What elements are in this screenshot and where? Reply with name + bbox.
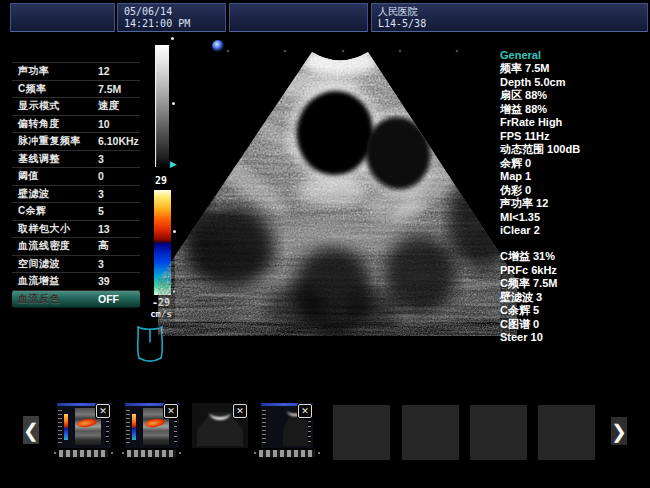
thumbnail-close-icon[interactable]: ✕ [164, 404, 178, 418]
gain-marker-dot [171, 37, 174, 40]
info-line: 频率 7.5M [500, 62, 650, 76]
parameter-value: 3 [98, 153, 140, 165]
gain-marker-dot [172, 102, 175, 105]
thumb-nearfield-arc [209, 405, 231, 420]
thumbnail-4[interactable]: ✕ [261, 403, 313, 448]
info-line: FrRate High [500, 116, 650, 130]
info-line: 壁滤波 3 [500, 291, 650, 305]
parameter-row[interactable]: 壁滤波 3 [12, 186, 140, 204]
thumb-cine-strip [59, 450, 108, 457]
parameter-row[interactable]: 血流线密度 高 [12, 238, 140, 256]
parameter-value: OFF [98, 293, 140, 305]
info-line: FPS 11Hz [500, 130, 650, 144]
velocity-min-label: -29 [146, 297, 176, 308]
info-line: 增益 88% [500, 103, 650, 117]
parameter-label: 壁滤波 [18, 187, 98, 201]
parameter-row[interactable]: C频率 7.5M [12, 81, 140, 99]
velocity-unit-label: cm/s [146, 309, 176, 320]
info-line: iClear 2 [500, 224, 650, 238]
parameter-row[interactable]: C余辉 5 [12, 203, 140, 221]
patient-info-box [229, 3, 368, 32]
datetime-box: 05/06/14 14:21:00 PM [117, 3, 226, 32]
parameter-label: 偏转角度 [18, 117, 98, 131]
thumbnail-empty-slot[interactable] [538, 405, 595, 460]
thumbnail-close-icon[interactable]: ✕ [298, 404, 312, 418]
thumb-spectrum-strip [262, 410, 266, 444]
parameter-panel: 声功率 12 C频率 7.5M 显示模式 速度 偏转角度 10 脉冲重复频率 6… [12, 62, 140, 308]
panel-title: General [500, 48, 650, 62]
grayscale-bar[interactable] [155, 45, 169, 167]
info-line: Steer 10 [500, 331, 650, 345]
thumb-cine-strip [259, 450, 315, 457]
parameter-row[interactable]: 空间滤波 3 [12, 256, 140, 274]
ultrasound-app: 05/06/14 14:21:00 PM 人民医院 L14-5/38 声功率 1… [0, 0, 650, 488]
thumbnail-1[interactable]: ✕ [57, 403, 111, 448]
general-info-panel: General 频率 7.5MDepth 5.0cm扇区 88%增益 88%Fr… [500, 48, 650, 238]
info-line: PRFc 6kHz [500, 264, 650, 278]
baseline-marker-dot [173, 230, 176, 233]
parameter-label: 血流线密度 [18, 239, 98, 253]
thumbnail-2[interactable]: ✕ [125, 403, 179, 448]
parameter-value: 13 [98, 223, 140, 235]
parameter-row[interactable]: 血流增益 39 [12, 273, 140, 291]
ultrasound-image[interactable] [185, 42, 490, 317]
body-marker-icon [129, 320, 171, 372]
parameter-label: 血流增益 [18, 274, 98, 288]
parameter-row[interactable]: 偏转角度 10 [12, 116, 140, 134]
parameter-row[interactable]: 脉冲重复频率 6.10KHz [12, 133, 140, 151]
parameter-label: 声功率 [18, 64, 98, 78]
thumbnails-next-icon[interactable]: ❯ [611, 417, 627, 445]
thumbnail-empty-slot[interactable] [333, 405, 390, 460]
parameter-row[interactable]: 阈值 0 [12, 168, 140, 186]
hospital-box: 人民医院 L14-5/38 [371, 3, 648, 32]
parameter-value: 3 [98, 188, 140, 200]
info-line: C余辉 5 [500, 304, 650, 318]
parameter-row[interactable]: 显示模式 速度 [12, 98, 140, 116]
tgc-marker-icon[interactable]: ▶ [170, 159, 177, 169]
info-line: Map 1 [500, 170, 650, 184]
parameter-row[interactable]: 基线调整 3 [12, 151, 140, 169]
info-line: 声功率 12 [500, 197, 650, 211]
parameter-value: 7.5M [98, 83, 140, 95]
thumbnail-empty-slot[interactable] [470, 405, 527, 460]
parameter-label: 显示模式 [18, 99, 98, 113]
parameter-row[interactable]: 取样包大小 13 [12, 221, 140, 239]
info-line: 动态范围 100dB [500, 143, 650, 157]
parameter-value: 5 [98, 205, 140, 217]
probe-model: L14-5/38 [378, 18, 641, 30]
info-line: C图谱 0 [500, 318, 650, 332]
thumb-spectrum-strip [58, 410, 62, 444]
logo-box [10, 3, 115, 32]
parameter-value: 3 [98, 258, 140, 270]
parameter-value: 10 [98, 118, 140, 130]
parameter-label: C频率 [18, 82, 98, 96]
thumb-color-bar [64, 414, 68, 440]
time-text: 14:21:00 PM [124, 18, 219, 30]
parameter-value: 高 [98, 239, 140, 253]
parameter-label: 血流反色 [18, 292, 98, 306]
parameter-label: 基线调整 [18, 152, 98, 166]
parameter-row[interactable]: 声功率 12 [12, 63, 140, 81]
velocity-max-label: 29 [146, 175, 176, 186]
scale-tick-dots [227, 50, 459, 53]
parameter-value: 12 [98, 65, 140, 77]
date-text: 05/06/14 [124, 6, 219, 18]
thumbnail-close-icon[interactable]: ✕ [96, 404, 110, 418]
parameter-label: 取样包大小 [18, 222, 98, 236]
color-info-panel: C增益 31%PRFc 6kHzC频率 7.5M壁滤波 3C余辉 5C图谱 0S… [500, 250, 650, 345]
parameter-label: 空间滤波 [18, 257, 98, 271]
thumbnails-prev-icon[interactable]: ❮ [23, 416, 39, 444]
info-line: 余辉 0 [500, 157, 650, 171]
info-line: Depth 5.0cm [500, 76, 650, 90]
thumbnail-empty-slot[interactable] [402, 405, 459, 460]
focus-marker-dot [212, 40, 224, 52]
parameter-value: 速度 [98, 99, 140, 113]
parameter-row[interactable]: 血流反色 OFF [12, 291, 140, 309]
thumb-spectrum-strip [126, 410, 130, 444]
info-line: 伪彩 0 [500, 184, 650, 198]
thumbnail-3[interactable]: ✕ [192, 403, 248, 448]
thumbnail-close-icon[interactable]: ✕ [233, 404, 247, 418]
thumb-cine-strip [127, 450, 176, 457]
hospital-name: 人民医院 [378, 6, 641, 18]
info-line: MI<1.35 [500, 211, 650, 225]
